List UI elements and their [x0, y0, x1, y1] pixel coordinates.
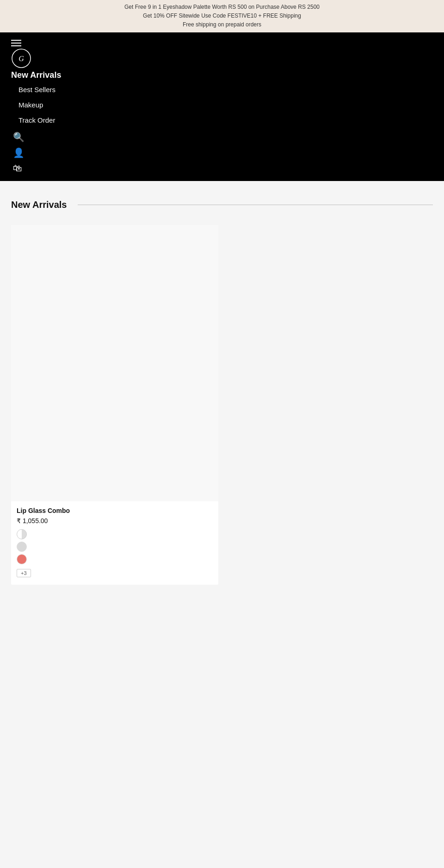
announcement-line-2: Get 10% OFF Sitewide Use Code FESTIVE10 … — [7, 12, 437, 20]
announcement-bar: Get Free 9 in 1 Eyeshadow Palette Worth … — [0, 0, 444, 32]
page-title-row: New Arrivals — [11, 200, 433, 210]
account-icon[interactable]: 👤 — [13, 147, 433, 158]
product-info: Lip Glass Combo ₹ 1,055.00 +3 — [11, 501, 218, 585]
brand-logo-icon[interactable]: G — [11, 48, 31, 69]
brand-name[interactable]: New Arrivals — [11, 70, 433, 80]
cart-icon[interactable]: 🛍 — [13, 163, 433, 174]
product-card-placeholder — [226, 225, 433, 585]
announcement-line-1: Get Free 9 in 1 Eyeshadow Palette Worth … — [7, 3, 437, 12]
nav-icons: 🔍 👤 🛍 — [11, 131, 433, 174]
main-nav-menu: Best Sellers Makeup Track Order — [11, 86, 433, 124]
product-swatches — [17, 529, 213, 564]
page-title: New Arrivals — [11, 200, 67, 210]
swatch-2[interactable] — [17, 542, 27, 552]
swatch-1[interactable] — [17, 529, 27, 539]
main-content: New Arrivals Lip Glass Combo ₹ 1,055.00 … — [0, 181, 444, 596]
nav-item-track-order[interactable]: Track Order — [18, 116, 433, 124]
nav-item-makeup[interactable]: Makeup — [18, 101, 433, 109]
page-title-divider — [78, 205, 433, 205]
announcement-line-3: Free shipping on prepaid orders — [7, 20, 437, 29]
product-image — [11, 225, 218, 501]
product-name: Lip Glass Combo — [17, 507, 213, 514]
product-price: ₹ 1,055.00 — [17, 517, 213, 525]
hamburger-menu[interactable] — [11, 40, 433, 46]
nav-item-best-sellers[interactable]: Best Sellers — [18, 86, 433, 94]
search-icon[interactable]: 🔍 — [13, 131, 433, 143]
navigation: G New Arrivals Best Sellers Makeup Track… — [0, 32, 444, 181]
product-card[interactable]: Lip Glass Combo ₹ 1,055.00 +3 — [11, 225, 218, 585]
svg-text:G: G — [18, 55, 24, 62]
product-grid: Lip Glass Combo ₹ 1,055.00 +3 — [11, 225, 433, 585]
swatch-3[interactable] — [17, 554, 27, 564]
more-colors-button[interactable]: +3 — [17, 569, 31, 577]
